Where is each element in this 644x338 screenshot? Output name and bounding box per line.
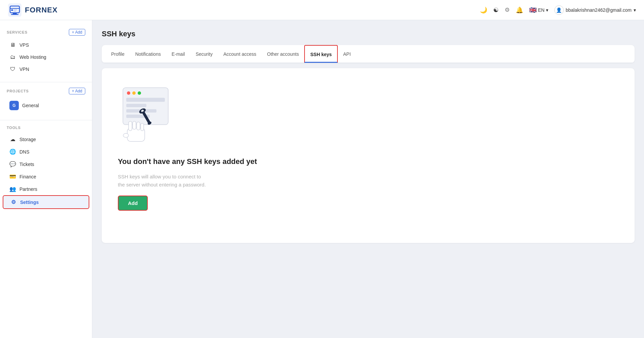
sidebar-services-header: SERVICES + Add	[0, 27, 92, 38]
sidebar-divider-1	[0, 82, 92, 82]
vpn-icon: 🛡	[9, 66, 16, 72]
add-ssh-key-button[interactable]: Add	[118, 196, 148, 211]
sidebar-item-label-tickets: Tickets	[19, 162, 34, 167]
sidebar-tools-header: TOOLS	[0, 124, 92, 132]
svg-point-11	[138, 91, 141, 95]
sidebar-projects-header: PROJECTS + Add	[0, 86, 92, 96]
sidebar-item-dns[interactable]: 🌐 DNS	[3, 145, 89, 158]
svg-point-25	[123, 133, 129, 137]
sidebar-item-settings[interactable]: ⚙ Settings	[3, 195, 89, 209]
user-chevron: ▾	[634, 7, 636, 13]
empty-subtext: SSH keys will allow you to connect to th…	[118, 173, 206, 189]
projects-label: PROJECTS	[7, 89, 29, 93]
general-avatar: G	[9, 101, 19, 110]
sidebar-item-label-vps: VPS	[19, 42, 29, 48]
content-card: You don't have any SSH keys added yet SS…	[102, 68, 635, 243]
sidebar-item-label-dns: DNS	[19, 149, 30, 155]
user-menu[interactable]: 👤 bbalakrishnan2462@gmail.com ▾	[554, 5, 636, 15]
sidebar-item-vpn[interactable]: 🛡 VPN	[3, 63, 89, 75]
sidebar-item-tickets[interactable]: 💬 Tickets	[3, 158, 89, 170]
sidebar-item-label-vpn: VPN	[19, 67, 29, 72]
tabs-row: Profile Notifications E-mail Security Ac…	[102, 45, 635, 63]
tab-account-access[interactable]: Account access	[218, 45, 262, 62]
web-hosting-icon: 🗂	[9, 54, 16, 60]
sidebar-projects-section: PROJECTS + Add G General	[0, 86, 92, 113]
sidebar-item-label-storage: Storage	[19, 137, 36, 142]
lang-chevron: ▾	[546, 7, 548, 13]
sidebar-services-section: SERVICES + Add 🖥 VPS 🗂 Web Hosting 🛡 VPN	[0, 27, 92, 75]
projects-add-button[interactable]: + Add	[69, 88, 85, 94]
svg-rect-13	[126, 104, 146, 107]
header-right: 🌙 ☯ ⚙ 🔔 🇬🇧 EN ▾ 👤 bbalakrishnan2462@gmai…	[480, 5, 636, 15]
layout: SERVICES + Add 🖥 VPS 🗂 Web Hosting 🛡 VPN…	[0, 20, 644, 338]
tabs-card: Profile Notifications E-mail Security Ac…	[102, 45, 635, 63]
page-title: SSH keys	[102, 30, 635, 38]
dns-icon: 🌐	[9, 149, 16, 155]
sidebar-item-storage[interactable]: ☁ Storage	[3, 133, 89, 145]
services-label: SERVICES	[7, 30, 28, 34]
lang-text: EN	[538, 7, 544, 13]
header: FORNEX 🌙 ☯ ⚙ 🔔 🇬🇧 EN ▾ 👤 bbalakrishnan24…	[0, 0, 644, 20]
svg-rect-24	[141, 123, 144, 131]
tab-email[interactable]: E-mail	[166, 45, 190, 62]
sidebar-item-vps[interactable]: 🖥 VPS	[3, 39, 89, 51]
svg-rect-7	[14, 11, 16, 11]
empty-state: You don't have any SSH keys added yet SS…	[118, 84, 618, 211]
language-selector[interactable]: 🇬🇧 EN ▾	[529, 6, 548, 14]
finance-icon: 💳	[9, 173, 16, 180]
yin-yang-icon[interactable]: ☯	[493, 6, 499, 14]
gear-icon[interactable]: ⚙	[505, 6, 510, 13]
tab-api[interactable]: API	[338, 45, 356, 62]
empty-illustration	[118, 84, 173, 146]
tab-other-accounts[interactable]: Other accounts	[262, 45, 304, 62]
vps-icon: 🖥	[9, 42, 16, 48]
sidebar-item-partners[interactable]: 👥 Partners	[3, 183, 89, 195]
storage-icon: ☁	[9, 136, 16, 142]
tab-notifications[interactable]: Notifications	[130, 45, 166, 62]
empty-subtext-line1: SSH keys will allow you to connect to	[118, 174, 201, 179]
sidebar-item-label-settings: Settings	[20, 200, 39, 205]
tab-profile[interactable]: Profile	[106, 45, 130, 62]
svg-rect-12	[126, 98, 165, 102]
sidebar-item-label-general: General	[22, 103, 39, 108]
sidebar-item-label-web-hosting: Web Hosting	[19, 54, 46, 60]
bell-icon[interactable]: 🔔	[516, 6, 523, 14]
partners-icon: 👥	[9, 186, 16, 192]
svg-rect-23	[137, 122, 140, 130]
svg-point-9	[127, 91, 130, 95]
svg-point-10	[132, 91, 136, 95]
svg-rect-5	[11, 9, 13, 11]
sidebar-item-general[interactable]: G General	[3, 98, 89, 113]
sidebar-item-label-finance: Finance	[19, 174, 36, 179]
logo-icon	[8, 3, 21, 17]
empty-heading: You don't have any SSH keys added yet	[118, 157, 257, 166]
tickets-icon: 💬	[9, 161, 16, 167]
user-avatar: 👤	[554, 5, 564, 15]
tab-ssh-keys[interactable]: SSH keys	[304, 45, 338, 63]
svg-rect-6	[14, 9, 17, 10]
sidebar: SERVICES + Add 🖥 VPS 🗂 Web Hosting 🛡 VPN…	[0, 20, 92, 338]
sidebar-divider-2	[0, 120, 92, 120]
tools-label: TOOLS	[7, 126, 21, 130]
sidebar-tools-section: TOOLS ☁ Storage 🌐 DNS 💬 Tickets 💳 Financ…	[0, 124, 92, 209]
main-content: SSH keys Profile Notifications E-mail Se…	[92, 20, 644, 338]
empty-subtext-line2: the server without entering a password.	[118, 182, 206, 187]
tab-security[interactable]: Security	[190, 45, 218, 62]
sidebar-item-label-partners: Partners	[19, 186, 37, 192]
logo-text: FORNEX	[25, 6, 58, 14]
services-add-button[interactable]: + Add	[69, 29, 85, 36]
sidebar-item-finance[interactable]: 💳 Finance	[3, 170, 89, 183]
sidebar-item-web-hosting[interactable]: 🗂 Web Hosting	[3, 51, 89, 63]
svg-rect-21	[129, 121, 132, 131]
settings-icon: ⚙	[10, 199, 17, 205]
moon-icon[interactable]: 🌙	[480, 6, 487, 14]
logo: FORNEX	[8, 3, 58, 17]
svg-rect-22	[133, 121, 136, 129]
user-email: bbalakrishnan2462@gmail.com	[566, 7, 632, 13]
